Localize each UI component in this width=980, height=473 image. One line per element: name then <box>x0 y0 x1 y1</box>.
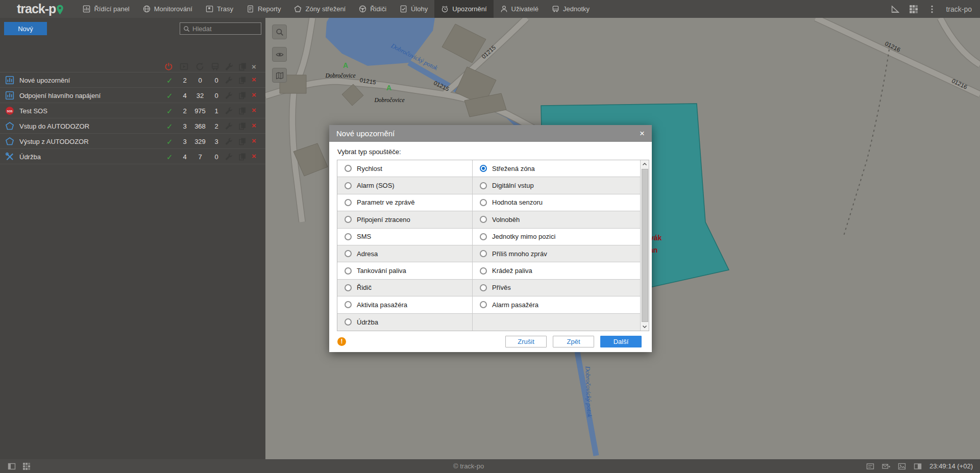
menu-item-notifications[interactable]: Upozornění <box>434 0 493 18</box>
menu-item-tasks[interactable]: Úlohy <box>393 0 434 18</box>
radio-unchecked[interactable] <box>345 233 352 240</box>
option-sms[interactable]: SMS <box>337 229 473 245</box>
play-window-icon[interactable] <box>180 62 188 71</box>
dialog-close-icon[interactable]: × <box>640 129 645 138</box>
radio-unchecked[interactable] <box>345 301 352 308</box>
option-alarm-sos[interactable]: Alarm (SOS) <box>337 177 473 193</box>
log-lines-icon[interactable] <box>866 462 874 470</box>
option-alarm-pasazera[interactable]: Alarm pasažéra <box>473 296 640 313</box>
radio-unchecked[interactable] <box>345 250 352 257</box>
side-panel-toggle-icon[interactable] <box>8 462 16 470</box>
radio-unchecked[interactable] <box>480 216 487 223</box>
mail-forward-icon[interactable] <box>882 462 890 470</box>
power-toggle-icon[interactable] <box>164 62 173 71</box>
list-item[interactable]: Výstup z AUTODOZOR ✓ 3 329 3 × <box>0 134 265 149</box>
account-label[interactable]: track-po <box>946 5 972 13</box>
option-prilis-mnoho-zprav[interactable]: Příliš mnoho zpráv <box>473 245 640 262</box>
menu-item-geofences[interactable]: Zóny střežení <box>287 0 352 18</box>
option-udrzba[interactable]: Údržba <box>337 314 473 331</box>
edit-wrench-icon[interactable] <box>225 91 233 99</box>
menu-item-units[interactable]: Jednotky <box>545 0 596 18</box>
scrollbar-thumb[interactable] <box>642 169 648 322</box>
option-pripojeni-ztraceno[interactable]: Připojení ztraceno <box>337 211 473 228</box>
copy-column-icon[interactable] <box>238 62 247 71</box>
image-icon[interactable] <box>898 462 906 470</box>
list-item[interactable]: Nové upozornění ✓ 2 0 0 × <box>0 72 265 88</box>
wrench-column-icon[interactable] <box>225 62 234 71</box>
copy-icon[interactable] <box>238 91 247 99</box>
ruler-triangle-icon[interactable] <box>891 5 900 14</box>
edit-wrench-icon[interactable] <box>225 153 233 161</box>
option-digitalni-vstup[interactable]: Digitální vstup <box>473 177 640 193</box>
back-button[interactable]: Zpět <box>553 336 594 347</box>
dialog-scrollbar[interactable] <box>640 160 649 331</box>
edit-wrench-icon[interactable] <box>225 122 233 130</box>
kebab-menu-icon[interactable] <box>927 5 937 14</box>
apps-grid-icon[interactable] <box>22 462 31 470</box>
option-parametr[interactable]: Parametr ve zprávě <box>337 194 473 211</box>
radio-unchecked[interactable] <box>480 301 487 308</box>
dialog-titlebar[interactable]: Nové upozornění × <box>329 125 652 142</box>
menu-item-reports[interactable]: Reporty <box>240 0 288 18</box>
radio-unchecked[interactable] <box>480 199 487 206</box>
map-search-button[interactable] <box>272 24 287 39</box>
radio-unchecked[interactable] <box>480 233 487 240</box>
delete-icon[interactable]: × <box>252 121 256 130</box>
edit-wrench-icon[interactable] <box>225 137 233 145</box>
option-volnobeh[interactable]: Volnoběh <box>473 211 640 228</box>
copy-icon[interactable] <box>238 137 247 145</box>
radio-unchecked[interactable] <box>345 267 352 275</box>
radio-unchecked[interactable] <box>345 165 352 172</box>
option-hodnota-senzoru[interactable]: Hodnota senzoru <box>473 194 640 211</box>
delete-icon[interactable]: × <box>252 106 256 114</box>
radio-unchecked[interactable] <box>480 182 487 189</box>
radio-unchecked[interactable] <box>480 267 487 275</box>
list-item[interactable]: Odpojení hlavního napájení ✓ 4 32 0 × <box>0 88 265 103</box>
radio-unchecked[interactable] <box>345 216 352 223</box>
option-tankovani-paliva[interactable]: Tankování paliva <box>337 262 473 279</box>
copy-icon[interactable] <box>238 153 247 161</box>
radio-unchecked[interactable] <box>345 318 352 326</box>
next-button[interactable]: Další <box>600 336 642 347</box>
menu-item-users[interactable]: Uživatelé <box>494 0 545 18</box>
radio-unchecked[interactable] <box>480 250 487 257</box>
edit-wrench-icon[interactable] <box>225 76 233 84</box>
app-logo[interactable]: track-p <box>17 3 64 15</box>
split-panel-icon[interactable] <box>914 462 922 470</box>
radio-unchecked[interactable] <box>480 284 487 291</box>
new-alert-button[interactable]: Nový <box>4 22 47 35</box>
map-layers-button[interactable] <box>272 68 287 83</box>
cancel-button[interactable]: Zrušit <box>505 336 547 347</box>
copy-icon[interactable] <box>238 122 247 130</box>
close-column-icon[interactable]: × <box>252 62 256 71</box>
option-aktivita-pasazera[interactable]: Aktivita pasažéra <box>337 296 473 313</box>
list-item[interactable]: Údržba ✓ 4 7 0 × <box>0 149 265 164</box>
option-kradez-paliva[interactable]: Krádež paliva <box>473 262 640 279</box>
option-strezena-zona[interactable]: Střežená zóna <box>473 160 640 177</box>
radio-unchecked[interactable] <box>345 284 352 291</box>
vehicle-column-icon[interactable] <box>211 62 219 71</box>
list-item[interactable]: Vstup do AUTODOZOR ✓ 3 368 2 × <box>0 118 265 134</box>
menu-item-monitoring[interactable]: Monitorování <box>136 0 199 18</box>
menu-item-drivers[interactable]: Řidiči <box>352 0 393 18</box>
option-adresa[interactable]: Adresa <box>337 245 473 262</box>
copy-icon[interactable] <box>238 107 247 115</box>
menu-item-routes[interactable]: Trasy <box>199 0 240 18</box>
menu-item-dashboard[interactable]: Řídící panel <box>76 0 136 18</box>
delete-icon[interactable]: × <box>252 152 256 160</box>
delete-icon[interactable]: × <box>252 90 256 99</box>
list-item[interactable]: Test SOS ✓ 2 975 1 × <box>0 103 265 118</box>
edit-wrench-icon[interactable] <box>225 107 233 115</box>
option-jednotky-mimo-pozici[interactable]: Jednotky mimo pozici <box>473 229 640 245</box>
delete-icon[interactable]: × <box>252 136 256 145</box>
delete-icon[interactable]: × <box>252 75 256 84</box>
radio-unchecked[interactable] <box>345 199 352 206</box>
copy-icon[interactable] <box>238 76 247 84</box>
radio-checked[interactable] <box>480 165 487 172</box>
apps-grid-icon[interactable] <box>909 5 918 14</box>
refresh-icon[interactable] <box>195 62 204 71</box>
option-ridic[interactable]: Řidič <box>337 280 473 296</box>
search-input[interactable] <box>192 25 258 33</box>
option-prives[interactable]: Přívěs <box>473 280 640 296</box>
option-rychlost[interactable]: Rychlost <box>337 160 473 177</box>
